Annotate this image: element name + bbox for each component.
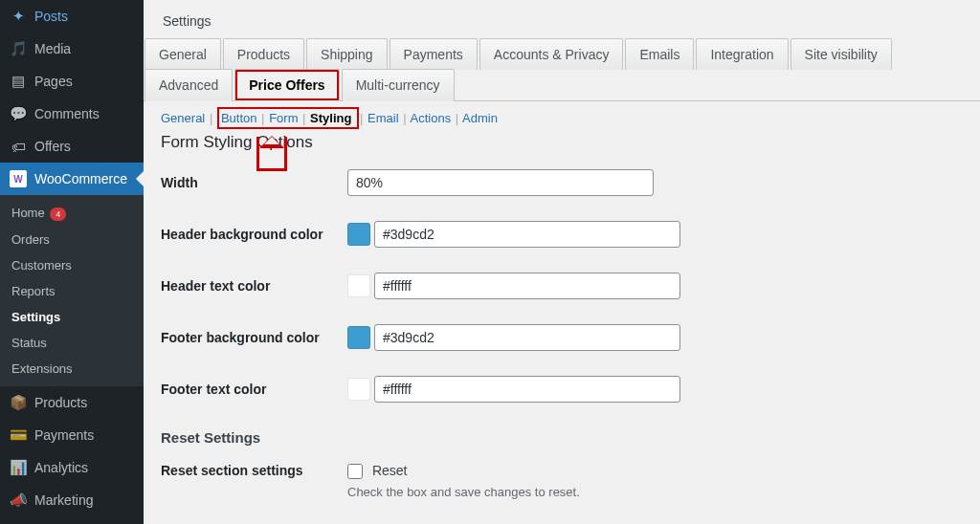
sidebar-item-astra[interactable]: ⓐ Astra bbox=[0, 516, 144, 524]
sidebar-item-label: Offers bbox=[34, 139, 71, 154]
reset-checkbox[interactable] bbox=[347, 464, 363, 479]
sidebar-item-label: Orders bbox=[11, 232, 50, 247]
tab-integration[interactable]: Integration bbox=[696, 38, 788, 70]
subtab-button[interactable]: Button bbox=[221, 111, 257, 125]
sidebar-item-label: Reports bbox=[11, 284, 56, 298]
sidebar-item-label: Home bbox=[11, 206, 45, 220]
subtab-actions[interactable]: Actions bbox=[411, 111, 452, 125]
tab-products[interactable]: Products bbox=[223, 38, 304, 70]
woo-icon: W bbox=[10, 170, 27, 187]
primary-tabs: General Products Shipping Payments Accou… bbox=[144, 38, 980, 101]
sidebar-item-products[interactable]: 📦 Products bbox=[0, 386, 144, 419]
sidebar-item-label: Products bbox=[34, 395, 87, 410]
footer-bg-label: Footer background color bbox=[161, 330, 347, 345]
tab-general[interactable]: General bbox=[145, 38, 221, 70]
reset-description: Check the box and save changes to reset. bbox=[347, 485, 580, 499]
sidebar-item-label: Settings bbox=[11, 310, 60, 324]
page-icon: ▤ bbox=[10, 73, 27, 90]
tab-site-visibility[interactable]: Site visibility bbox=[791, 38, 892, 70]
sidebar-item-label: Analytics bbox=[34, 460, 88, 475]
sidebar-item-marketing[interactable]: 📣 Marketing bbox=[0, 484, 144, 516]
tab-multi-currency[interactable]: Multi-currency bbox=[342, 69, 455, 101]
sidebar-item-media[interactable]: 🎵 Media bbox=[0, 33, 144, 65]
sidebar-item-label: Customers bbox=[11, 258, 72, 273]
sidebar-item-label: Media bbox=[34, 41, 71, 56]
sidebar-submenu: Home 4 Orders Customers Reports Settings… bbox=[0, 195, 144, 386]
reset-checkbox-label: Reset bbox=[372, 463, 408, 478]
sidebar-item-offers[interactable]: 🏷 Offers bbox=[0, 130, 144, 163]
tab-emails[interactable]: Emails bbox=[625, 38, 694, 70]
sub-status[interactable]: Status bbox=[0, 330, 144, 356]
admin-sidebar: ✦ Posts 🎵 Media ▤ Pages 💬 Comments 🏷 Off… bbox=[0, 0, 144, 524]
sidebar-item-analytics[interactable]: 📊 Analytics bbox=[0, 451, 144, 484]
archive-icon: 📦 bbox=[10, 394, 27, 411]
tab-shipping[interactable]: Shipping bbox=[306, 38, 388, 70]
sub-home[interactable]: Home 4 bbox=[0, 200, 144, 227]
card-icon: 💳 bbox=[10, 426, 27, 444]
tags-icon: 🏷 bbox=[10, 138, 27, 155]
sidebar-item-posts[interactable]: ✦ Posts bbox=[0, 0, 144, 33]
media-icon: 🎵 bbox=[10, 40, 27, 57]
subtab-admin[interactable]: Admin bbox=[462, 111, 498, 125]
comment-icon: 💬 bbox=[10, 105, 27, 122]
sidebar-item-label: Marketing bbox=[34, 492, 93, 508]
tab-accounts[interactable]: Accounts & Privacy bbox=[479, 38, 624, 70]
footer-bg-swatch[interactable] bbox=[347, 326, 370, 349]
megaphone-icon: 📣 bbox=[10, 491, 27, 509]
sidebar-item-payments[interactable]: 💳 Payments bbox=[0, 419, 144, 451]
width-label: Width bbox=[161, 175, 347, 190]
sub-settings[interactable]: Settings bbox=[0, 304, 144, 330]
footer-text-label: Footer text color bbox=[161, 382, 347, 397]
sidebar-item-label: Status bbox=[11, 336, 47, 350]
main-content: Settings General Products Shipping Payme… bbox=[144, 0, 980, 524]
reset-heading: Reset Settings bbox=[161, 429, 963, 446]
header-bg-label: Header background color bbox=[161, 227, 347, 242]
sidebar-item-pages[interactable]: ▤ Pages bbox=[0, 65, 144, 98]
sidebar-item-label: WooCommerce bbox=[34, 171, 127, 186]
footer-text-swatch[interactable] bbox=[347, 378, 370, 401]
header-text-swatch[interactable] bbox=[347, 274, 370, 297]
pin-icon: ✦ bbox=[10, 8, 27, 25]
subtab-styling[interactable]: Styling bbox=[310, 111, 351, 125]
sidebar-item-comments[interactable]: 💬 Comments bbox=[0, 98, 144, 130]
tab-payments[interactable]: Payments bbox=[390, 38, 478, 70]
sidebar-item-label: Posts bbox=[34, 9, 68, 24]
sidebar-item-label: Extensions bbox=[11, 361, 73, 376]
sub-reports[interactable]: Reports bbox=[0, 278, 144, 304]
sidebar-item-label: Payments bbox=[34, 427, 94, 443]
sub-orders[interactable]: Orders bbox=[0, 227, 144, 252]
header-bg-input[interactable] bbox=[374, 221, 680, 248]
page-title: Settings bbox=[144, 0, 980, 38]
reset-section-label: Reset section settings bbox=[161, 463, 347, 478]
sidebar-item-woocommerce[interactable]: W WooCommerce bbox=[0, 163, 144, 195]
sidebar-item-label: Comments bbox=[34, 106, 100, 121]
width-input[interactable] bbox=[347, 169, 654, 196]
highlight-arrow bbox=[256, 137, 287, 171]
sidebar-item-label: Pages bbox=[34, 74, 73, 89]
header-text-label: Header text color bbox=[161, 278, 347, 294]
footer-text-input[interactable] bbox=[374, 376, 680, 403]
sub-extensions[interactable]: Extensions bbox=[0, 356, 144, 382]
chart-icon: 📊 bbox=[10, 459, 27, 476]
header-bg-swatch[interactable] bbox=[347, 223, 370, 246]
footer-bg-input[interactable] bbox=[374, 324, 680, 351]
tab-advanced[interactable]: Advanced bbox=[145, 69, 233, 101]
subtab-email[interactable]: Email bbox=[368, 111, 399, 125]
header-text-input[interactable] bbox=[374, 273, 680, 299]
tab-price-offers[interactable]: Price Offers bbox=[234, 69, 339, 101]
sub-customers[interactable]: Customers bbox=[0, 252, 144, 278]
count-badge: 4 bbox=[50, 207, 66, 221]
subtab-general[interactable]: General bbox=[161, 111, 205, 125]
